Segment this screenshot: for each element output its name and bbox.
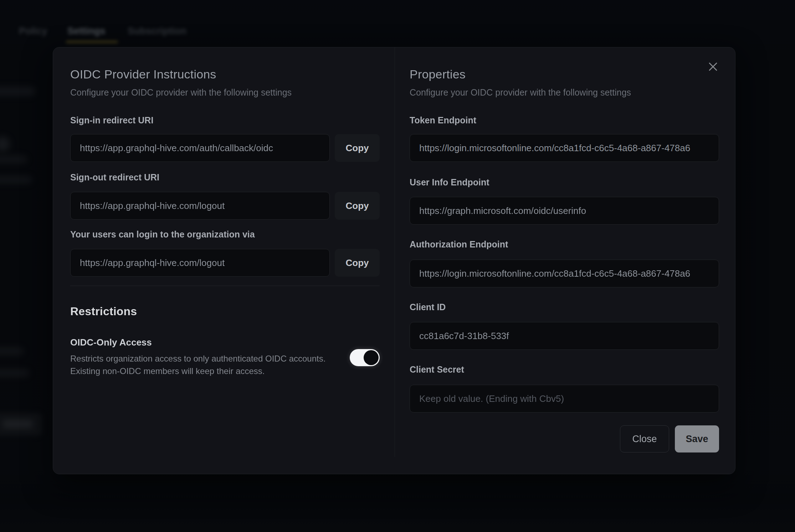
dialog-close-button[interactable] xyxy=(703,57,723,77)
token-endpoint-input[interactable] xyxy=(410,134,719,162)
close-icon xyxy=(707,61,719,73)
client-secret-label: Client Secret xyxy=(410,364,464,375)
properties-title: Properties xyxy=(410,67,466,81)
client-secret-input[interactable] xyxy=(410,385,719,413)
signin-redirect-input[interactable] xyxy=(70,134,330,162)
oidc-only-access-description-line2: Existing non-OIDC members will keep thei… xyxy=(70,365,265,377)
user-info-endpoint-input[interactable] xyxy=(410,197,719,225)
signout-copy-button[interactable]: Copy xyxy=(335,192,380,220)
properties-subtitle: Configure your OIDC provider with the fo… xyxy=(410,87,631,98)
toggle-knob xyxy=(364,350,379,365)
signout-redirect-label: Sign-out redirect URI xyxy=(70,172,159,183)
instructions-title: OIDC Provider Instructions xyxy=(70,67,216,81)
close-button[interactable]: Close xyxy=(620,425,669,452)
column-divider xyxy=(395,47,395,457)
save-button[interactable]: Save xyxy=(675,425,719,452)
app-root: Policy Settings Subscription OIDC Provid… xyxy=(0,0,795,532)
restrictions-heading: Restrictions xyxy=(70,305,137,318)
oidc-only-access-toggle[interactable] xyxy=(350,349,380,366)
signin-redirect-label: Sign-in redirect URI xyxy=(70,115,153,126)
token-endpoint-label: Token Endpoint xyxy=(410,115,476,126)
org-login-label: Your users can login to the organization… xyxy=(70,229,255,240)
instructions-subtitle: Configure your OIDC provider with the fo… xyxy=(70,87,292,98)
org-login-input[interactable] xyxy=(70,249,330,277)
authorization-endpoint-label: Authorization Endpoint xyxy=(410,239,508,250)
oidc-settings-dialog: OIDC Provider Instructions Configure you… xyxy=(53,47,735,474)
section-divider xyxy=(70,286,380,286)
oidc-only-access-label: OIDC-Only Access xyxy=(70,337,152,348)
signout-redirect-input[interactable] xyxy=(70,192,330,220)
oidc-only-access-description-line1: Restricts organization access to only au… xyxy=(70,352,325,365)
signin-copy-button[interactable]: Copy xyxy=(335,134,380,162)
client-id-input[interactable] xyxy=(410,322,719,350)
authorization-endpoint-input[interactable] xyxy=(410,260,719,287)
org-login-copy-button[interactable]: Copy xyxy=(335,249,380,277)
client-id-label: Client ID xyxy=(410,302,446,312)
user-info-endpoint-label: User Info Endpoint xyxy=(410,177,489,188)
